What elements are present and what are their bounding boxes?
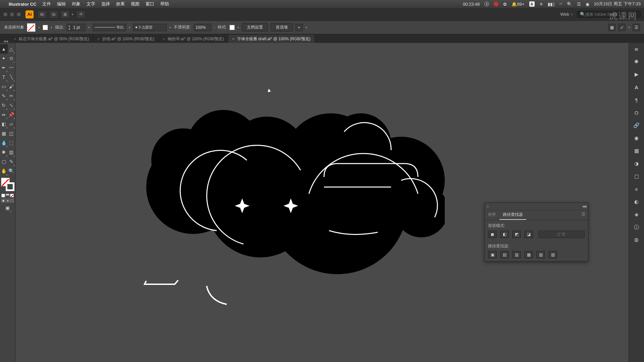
stroke-type-dropdown[interactable]: 等比 — [93, 24, 126, 31]
opacity-input[interactable] — [194, 25, 211, 30]
chevron-down-icon[interactable]: ▾ — [237, 26, 239, 29]
minus-back-button[interactable]: ▨ — [548, 251, 557, 258]
chevron-down-icon[interactable]: ▾ — [72, 13, 73, 16]
notification-icon[interactable]: 🔔99+ — [512, 2, 524, 7]
document-tab[interactable]: ×钢的琴.ai* @ 100% (RGB/预览) — [159, 35, 228, 43]
rotate-tool[interactable]: ↻ — [0, 101, 8, 110]
eyedropper-tool[interactable]: 💧 — [0, 138, 8, 147]
chevron-down-icon[interactable]: ▾ — [129, 26, 130, 29]
document-setup-button[interactable]: 文档设置 — [242, 23, 268, 32]
close-icon[interactable]: × — [97, 37, 99, 41]
menu-select[interactable]: 选择 — [101, 1, 110, 7]
clock-text[interactable]: 10月15日 周五 下午7:33 — [594, 1, 641, 7]
crop-button[interactable]: ▦ — [524, 251, 533, 258]
window-traffic-lights[interactable] — [3, 12, 21, 16]
scale-tool[interactable]: ⤡ — [8, 101, 15, 110]
panel-menu-icon[interactable]: ☰ — [579, 210, 588, 220]
minus-front-button[interactable]: ◧ — [500, 231, 509, 238]
style-swatch[interactable] — [229, 25, 235, 30]
menu-type[interactable]: 文字 — [87, 1, 95, 7]
screen-mode-row[interactable]: ▣◈▢ — [0, 198, 15, 203]
color-guide-panel-icon[interactable]: ◑ — [633, 160, 641, 168]
zoom-tool[interactable]: 🔍 — [8, 166, 15, 176]
opacity-field[interactable] — [194, 24, 211, 31]
wechat-icon[interactable]: ✿ — [503, 2, 507, 7]
color-panel-icon[interactable]: ✺ — [633, 58, 641, 66]
tab-align[interactable]: 对齐 — [485, 210, 499, 220]
menu-window[interactable]: 窗口 — [146, 1, 154, 7]
menu-edit[interactable]: 编辑 — [57, 1, 66, 7]
chevron-right-icon[interactable]: › — [214, 26, 215, 29]
magic-wand-tool[interactable]: ✦ — [0, 54, 8, 63]
layers-panel-icon[interactable]: ◈ — [633, 210, 641, 219]
lasso-tool[interactable]: ⊙ — [8, 54, 15, 63]
document-tab[interactable]: ×标志字体全能番.ai* @ 50% (RGB/预览) — [10, 35, 93, 43]
canvas[interactable]: ▲ × ◀◀ 对齐 路径查找器 ☰ 形状模式: ◼ ◧ ◩ ◪ 扩展 — [15, 43, 629, 362]
tab-pathfinder[interactable]: 路径查找器 — [499, 210, 526, 220]
wifi-icon[interactable]: ⌔ — [559, 2, 562, 7]
close-icon[interactable]: × — [14, 37, 16, 41]
collapse-icon[interactable]: ◀◀ — [582, 204, 586, 208]
record-icon[interactable] — [494, 2, 498, 6]
blend-tool[interactable]: ⬚ — [8, 138, 15, 147]
artboard-tool[interactable]: ▢ — [0, 157, 8, 166]
siri-icon[interactable]: ◉ — [586, 2, 589, 7]
properties-panel-icon[interactable]: ≣ — [633, 45, 641, 53]
spotlight-icon[interactable]: 🔍 — [567, 2, 572, 7]
align-artboard-button[interactable]: ⌖ — [296, 24, 303, 31]
panel-collapse-icon[interactable]: ◀◀ — [3, 40, 8, 43]
align-panel-icon[interactable]: ⊞ — [633, 236, 641, 244]
preferences-button[interactable]: 首选项 — [271, 23, 293, 32]
menu-view[interactable]: 视图 — [131, 1, 140, 7]
input-method-icon[interactable]: A — [529, 1, 535, 7]
appearance-panel-icon[interactable]: ◉ — [633, 134, 641, 142]
direct-selection-tool[interactable]: △ — [8, 44, 15, 54]
control-center-icon[interactable]: ☰ — [577, 2, 581, 7]
close-icon[interactable]: × — [487, 204, 489, 208]
curvature-tool[interactable]: 〰 — [8, 63, 15, 72]
chevron-down-icon[interactable]: ▾ — [88, 26, 90, 29]
stock-button[interactable]: St — [49, 10, 58, 18]
merge-button[interactable]: ▥ — [512, 251, 521, 258]
intersect-button[interactable]: ◩ — [512, 231, 521, 238]
slice-tool[interactable]: ✎ — [8, 157, 15, 166]
mesh-tool[interactable]: ▦ — [0, 129, 8, 138]
exclude-button[interactable]: ◪ — [524, 231, 533, 238]
transform-button[interactable]: ⤢ — [618, 24, 626, 31]
shaper-tool[interactable]: ✎ — [0, 91, 8, 101]
document-tab[interactable]: ×字体全能番 draft.ai* @ 100% (RGB/预览) — [228, 35, 315, 43]
expand-button[interactable]: 扩展 — [538, 231, 585, 238]
character-panel-icon[interactable]: A — [633, 83, 641, 91]
lines-panel-icon[interactable]: ≡ — [633, 185, 641, 193]
arrange-button[interactable]: ▥ — [60, 10, 70, 18]
divide-button[interactable]: ▣ — [488, 251, 497, 258]
document-tab[interactable]: ×折纸.ai* @ 100% (RGB/预览) — [93, 35, 159, 43]
links-panel-icon[interactable]: 🔗 — [633, 121, 641, 129]
stroke-weight-input[interactable] — [72, 25, 85, 30]
stroke-weight-stepper[interactable]: ▲▼ — [67, 24, 86, 31]
hand-tool[interactable]: ✋ — [0, 166, 8, 176]
pen-tool[interactable]: ✒ — [0, 63, 8, 72]
app-name[interactable]: Illustrator CC — [9, 2, 36, 7]
screen-mode-tool[interactable]: ▣ — [4, 203, 11, 213]
gpu-button[interactable]: ⟳ — [76, 10, 86, 18]
brush-profile-dropdown[interactable]: 3 点圆形 — [133, 24, 167, 31]
color-mode-row[interactable] — [0, 193, 15, 198]
close-icon[interactable]: × — [232, 37, 234, 41]
chevron-down-icon[interactable]: ▾ — [51, 26, 52, 29]
perspective-tool[interactable]: ▱ — [8, 119, 15, 129]
chevron-down-icon[interactable]: ▾ — [306, 26, 307, 29]
type-tool[interactable]: T — [0, 72, 8, 82]
document-profile-dropdown[interactable]: Web ▾ — [560, 12, 573, 17]
panel-menu-button[interactable]: ☰ — [633, 24, 640, 31]
search-input[interactable] — [585, 12, 636, 17]
unite-button[interactable]: ◼ — [488, 231, 497, 238]
gradient-panel-icon[interactable]: ◐ — [633, 198, 641, 206]
pause-icon[interactable]: ⏸ — [484, 2, 489, 6]
menu-effect[interactable]: 效果 — [116, 1, 125, 7]
isolate-button[interactable]: ▦ — [608, 24, 615, 31]
paintbrush-tool[interactable]: 🖌 — [8, 82, 15, 91]
close-icon[interactable]: × — [163, 37, 165, 41]
fill-swatch[interactable] — [27, 23, 36, 32]
paragraph-panel-icon[interactable]: ¶ — [633, 96, 641, 104]
